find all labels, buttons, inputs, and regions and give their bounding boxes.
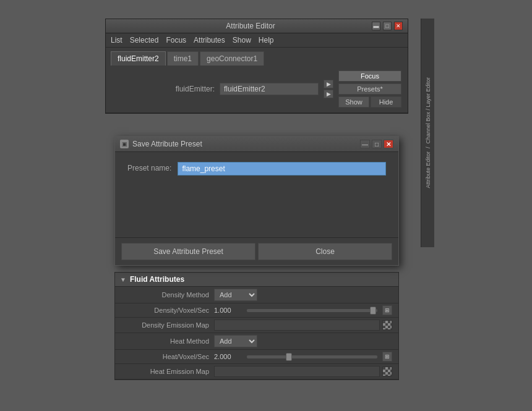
- heat-voxel-icon[interactable]: ⊞: [382, 352, 392, 362]
- heat-voxel-value: 2.000: [214, 353, 242, 360]
- heat-emission-map-content: [214, 366, 392, 377]
- show-button[interactable]: Show: [338, 96, 369, 108]
- titlebar: Attribute Editor ▬ □ ✕: [106, 19, 408, 33]
- density-emission-map-content: [214, 320, 392, 331]
- density-voxel-value: 1.000: [214, 307, 242, 314]
- menu-help[interactable]: Help: [259, 36, 274, 44]
- tab-geo-connector[interactable]: geoConnector1: [200, 51, 264, 66]
- heat-method-row: Heat Method Add: [115, 333, 398, 350]
- density-voxel-slider[interactable]: [247, 309, 377, 312]
- dialog-window-controls: — □ ✕: [360, 140, 393, 148]
- hide-button[interactable]: Hide: [371, 96, 401, 108]
- fluid-attributes-panel: ▼ Fluid Attributes Density Method Add De…: [114, 272, 399, 380]
- menubar: List Selected Focus Attributes Show Help: [106, 33, 408, 48]
- emitter-name-input[interactable]: [220, 83, 319, 95]
- density-voxel-label: Density/Voxel/Sec: [121, 307, 214, 314]
- emitter-arrow-down[interactable]: ▶: [324, 90, 333, 98]
- density-voxel-content: 1.000 ⊞: [214, 305, 392, 315]
- window-title: Attribute Editor: [129, 22, 372, 30]
- density-emission-map-label: Density Emission Map: [121, 321, 214, 329]
- fluid-section-title: Fluid Attributes: [130, 275, 184, 284]
- density-voxel-icon[interactable]: ⊞: [382, 305, 392, 315]
- save-attribute-preset-button[interactable]: Save Attribute Preset: [121, 243, 255, 260]
- section-collapse-arrow[interactable]: ▼: [120, 276, 126, 283]
- tab-fluid-emitter[interactable]: fluidEmitter2: [111, 51, 166, 66]
- heat-slider-thumb[interactable]: [286, 353, 292, 361]
- fluid-section-header: ▼ Fluid Attributes: [115, 273, 398, 287]
- heat-voxel-row: Heat/Voxel/Sec 2.000 ⊞: [115, 350, 398, 364]
- density-method-label: Density Method: [121, 291, 214, 299]
- close-btn[interactable]: ✕: [394, 22, 403, 30]
- dialog-title: Save Attribute Preset: [132, 140, 202, 148]
- heat-emission-map-row: Heat Emission Map: [115, 364, 398, 379]
- heat-voxel-content: 2.000 ⊞: [214, 352, 392, 362]
- dialog-icon: ▣: [120, 140, 129, 148]
- density-slider-thumb[interactable]: [370, 307, 376, 315]
- dialog-body: Preset name:: [115, 152, 398, 237]
- menu-list[interactable]: List: [111, 36, 122, 44]
- right-sidebar-text: Attribute Editor / Channel Box / Layer E…: [425, 77, 431, 189]
- heat-emission-map-label: Heat Emission Map: [121, 368, 214, 375]
- emitter-arrow-up[interactable]: ▶: [324, 80, 333, 88]
- heat-map-checker-btn[interactable]: [382, 367, 392, 376]
- heat-method-content: Add: [214, 335, 392, 347]
- right-sidebar: Attribute Editor / Channel Box / Layer E…: [421, 19, 434, 247]
- minimize-btn[interactable]: ▬: [372, 22, 380, 30]
- close-dialog-button[interactable]: Close: [258, 243, 392, 260]
- heat-method-dropdown[interactable]: Add: [214, 335, 257, 347]
- emitter-label: fluidEmitter:: [159, 85, 215, 93]
- preset-name-input[interactable]: [178, 162, 386, 176]
- preset-name-label: Preset name:: [127, 164, 171, 172]
- dialog-footer: Save Attribute Preset Close: [115, 237, 398, 265]
- tabs-bar: fluidEmitter2 time1 geoConnector1: [106, 48, 408, 66]
- save-preset-dialog: ▣ Save Attribute Preset — □ ✕ Preset nam…: [114, 136, 399, 266]
- menu-attributes[interactable]: Attributes: [194, 36, 225, 44]
- density-method-content: Add: [214, 289, 392, 301]
- density-method-dropdown[interactable]: Add: [214, 289, 257, 301]
- heat-emission-map-input[interactable]: [214, 366, 380, 377]
- tab-time[interactable]: time1: [167, 51, 199, 66]
- heat-method-label: Heat Method: [121, 337, 214, 345]
- side-buttons: Focus Presets* Show Hide: [338, 70, 401, 108]
- dialog-maximize-btn[interactable]: □: [372, 140, 382, 148]
- density-map-checker-btn[interactable]: [382, 320, 392, 330]
- dialog-close-btn[interactable]: ✕: [384, 140, 393, 148]
- maximize-btn[interactable]: □: [383, 22, 392, 30]
- density-voxel-row: Density/Voxel/Sec 1.000 ⊞: [115, 303, 398, 318]
- heat-voxel-slider[interactable]: [247, 355, 377, 358]
- presets-button[interactable]: Presets*: [338, 83, 401, 95]
- heat-voxel-label: Heat/Voxel/Sec: [121, 353, 214, 360]
- menu-show[interactable]: Show: [233, 36, 251, 44]
- density-emission-map-input[interactable]: [214, 320, 380, 331]
- dialog-minimize-btn[interactable]: —: [360, 140, 370, 148]
- density-method-row: Density Method Add: [115, 287, 398, 303]
- focus-button[interactable]: Focus: [338, 70, 401, 82]
- density-emission-map-row: Density Emission Map: [115, 318, 398, 333]
- menu-selected[interactable]: Selected: [130, 36, 159, 44]
- menu-focus[interactable]: Focus: [166, 36, 186, 44]
- dialog-titlebar: ▣ Save Attribute Preset — □ ✕: [115, 137, 398, 152]
